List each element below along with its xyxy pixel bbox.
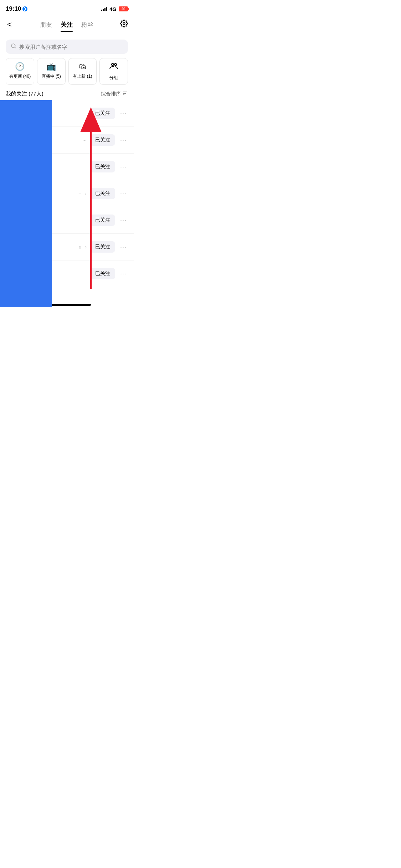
new-icon: 🛍 [78,62,86,71]
user-actions-7: 已关注 ··· [90,268,128,279]
search-input[interactable] [19,44,123,50]
more-btn-6[interactable]: ··· [119,242,128,252]
filter-card-groups[interactable]: 分组 [99,58,128,85]
follow-btn-3[interactable]: 已关注 [90,161,115,172]
ellipsis-2: ··· [82,137,87,143]
signal-bar-2 [103,9,104,11]
filter-card-new[interactable]: 🛍 有上新 (1) [68,58,97,85]
back-button[interactable]: < [6,19,13,31]
groups-icon [109,62,118,73]
filter-updates-label: 有更新 (40) [9,73,31,79]
status-bar: 19:10 4G 20 [0,0,134,16]
user-avatar-2 [6,131,24,149]
user-avatar-area-5 [6,211,24,229]
user-info-4 [28,193,77,194]
user-actions-2: ··· 已关注 ··· [82,134,128,146]
section-title: 我的关注 (77人) [6,91,43,97]
search-container [0,35,134,58]
sort-button[interactable]: 综合排序 [101,91,128,97]
battery: 20 [119,6,128,11]
more-btn-3[interactable]: ··· [119,162,128,172]
time-text: 19:10 [6,5,21,12]
user-avatar-area-4 [6,185,24,202]
user-avatar-area-1 [6,104,24,122]
user-item-5: 已关注 ··· [0,207,134,233]
follow-btn-5[interactable]: 已关注 [90,215,115,226]
svg-point-3 [112,63,114,66]
user-avatar-4 [6,185,24,202]
sort-label: 综合排序 [101,91,121,97]
filter-card-updates[interactable]: 🕐 有更新 (40) [6,58,34,85]
more-btn-7[interactable]: ··· [119,269,128,279]
signal-bars [101,7,107,11]
user-actions-5: 已关注 ··· [90,215,128,226]
more-btn-1[interactable]: ··· [119,108,128,119]
home-bar [43,304,91,306]
status-time: 19:10 [6,5,27,12]
user-item-2: ··· 已关注 ··· [0,127,134,153]
user-list-section: 已关注 ··· ··· 已关注 ··· 已关注 ··· [0,100,134,287]
user-info-6 [28,247,79,247]
filter-card-live[interactable]: 📺 直播中 (5) [37,58,66,85]
user-info-7 [28,273,90,274]
battery-level: 20 [120,7,127,11]
user-item-3: 已关注 ··· [0,154,134,180]
chevron-icon-6: › [85,244,87,250]
svg-point-1 [11,44,15,48]
user-actions-1: 已关注 ··· [90,108,128,119]
chevron-icon-4: › [85,191,87,196]
status-right: 4G 20 [101,6,128,12]
filter-live-label: 直播中 (5) [42,73,61,79]
more-btn-5[interactable]: ··· [119,215,128,226]
location-icon [22,6,27,11]
follow-btn-7[interactable]: 已关注 [90,268,115,279]
user-item-7: 已关注 ··· [0,260,134,287]
signal-bar-1 [101,10,102,11]
follow-btn-1[interactable]: 已关注 [90,108,115,119]
user-info-2 [28,140,82,140]
user-avatar-1 [6,104,24,122]
user-actions-3: 已关注 ··· [90,161,128,172]
nav-bar: < 朋友 关注 粉丝 [0,16,134,35]
user-item-1: 已关注 ··· [0,100,134,126]
follow-btn-6[interactable]: 已关注 [90,241,115,253]
user-avatar-3 [6,158,24,176]
user-avatar-7 [6,265,24,283]
ellipsis-6: n [79,244,82,250]
clock-icon: 🕐 [15,62,25,71]
search-icon [11,43,16,50]
user-avatar-5 [6,211,24,229]
svg-point-4 [114,63,117,66]
battery-body: 20 [119,6,128,11]
user-info-5 [28,220,90,221]
tab-fans[interactable]: 粉丝 [81,19,93,30]
user-avatar-area-3 [6,158,24,176]
search-bar[interactable] [6,40,128,54]
user-actions-4: ··· › 已关注 ··· [77,188,128,199]
filter-new-label: 有上新 (1) [73,73,92,79]
user-avatar-area-2 [6,131,24,149]
follow-btn-2[interactable]: 已关注 [90,134,115,146]
network-label: 4G [109,6,117,12]
tab-following[interactable]: 关注 [61,19,73,30]
more-btn-2[interactable]: ··· [119,135,128,145]
signal-bar-4 [106,7,107,11]
user-actions-6: n › 已关注 ··· [79,241,128,253]
tab-friends[interactable]: 朋友 [40,19,52,30]
nav-tabs: 朋友 关注 粉丝 [13,19,120,30]
user-info-3 [28,166,90,167]
svg-point-0 [123,22,125,25]
svg-line-2 [15,47,16,48]
follow-btn-4[interactable]: 已关注 [90,188,115,199]
user-avatar-area-7 [6,265,24,283]
ellipsis-4: ··· [77,191,82,196]
home-indicator [0,301,134,307]
filter-groups-label: 分组 [109,75,118,81]
settings-button[interactable] [120,20,128,30]
sort-icon [122,91,128,97]
user-item-4: ··· › 已关注 ··· [0,180,134,207]
user-item-6: n › 已关注 ··· [0,234,134,260]
signal-bar-3 [104,8,106,11]
filter-cards: 🕐 有更新 (40) 📺 直播中 (5) 🛍 有上新 (1) 分组 [0,58,134,89]
more-btn-4[interactable]: ··· [119,188,128,199]
